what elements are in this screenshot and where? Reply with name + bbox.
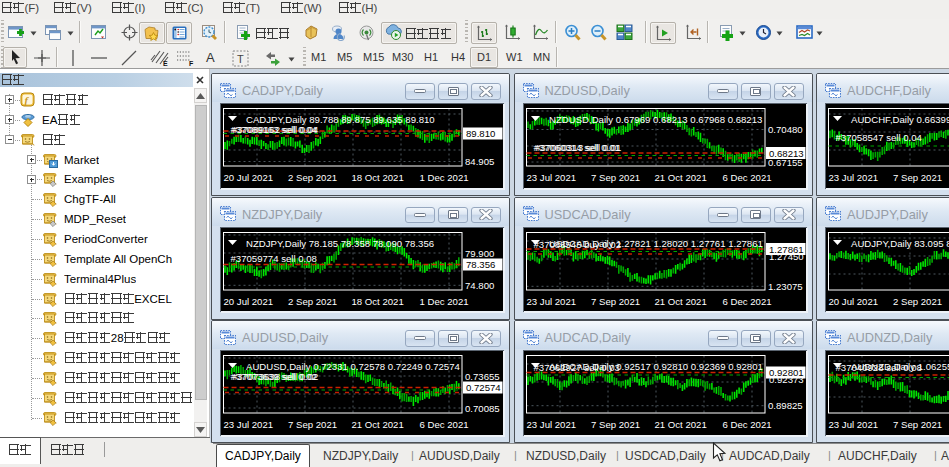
svg-text:6 Dec 2021: 6 Dec 2021 <box>722 419 771 430</box>
svg-text:AUDCHF,Daily 0.66399 0.66510: AUDCHF,Daily 0.66399 0.66510 0.66231 0.6… <box>851 114 949 125</box>
svg-text:23 Jul 2021: 23 Jul 2021 <box>526 419 576 430</box>
svg-text:20 Jul 2021: 20 Jul 2021 <box>224 296 274 307</box>
svg-text:T: T <box>237 53 244 65</box>
svg-text:0.73655: 0.73655 <box>465 371 500 382</box>
svg-text:79.900: 79.900 <box>465 247 494 258</box>
svg-text:23 Jul 2021: 23 Jul 2021 <box>526 296 576 307</box>
svg-text:18 Oct 2021: 18 Oct 2021 <box>352 172 404 183</box>
svg-text:0.92801: 0.92801 <box>769 367 804 378</box>
svg-text:74.800: 74.800 <box>465 279 494 290</box>
svg-text:23 Jul 2021: 23 Jul 2021 <box>526 172 576 183</box>
svg-text:7 Sep 2021: 7 Sep 2021 <box>591 419 640 430</box>
svg-text:6 Dec 2021: 6 Dec 2021 <box>420 419 469 430</box>
svg-text:89.810: 89.810 <box>466 128 495 139</box>
svg-text:7 Sep 2021: 7 Sep 2021 <box>288 419 337 430</box>
svg-text:#37073639 sell 0.02: #37073639 sell 0.02 <box>231 371 317 382</box>
svg-text:20 Jul 2021: 20 Jul 2021 <box>829 296 879 307</box>
svg-text:21 Oct 2021: 21 Oct 2021 <box>654 296 706 307</box>
svg-text:7 Sep 2021: 7 Sep 2021 <box>893 419 942 430</box>
svg-text:2 Sep 2021: 2 Sep 2021 <box>893 296 942 307</box>
svg-text:23 Jul 2021: 23 Jul 2021 <box>224 419 274 430</box>
svg-text:0.68213: 0.68213 <box>769 148 804 159</box>
svg-text:0.89825: 0.89825 <box>768 400 803 411</box>
svg-text:0.72574: 0.72574 <box>466 382 501 393</box>
svg-text:2 Sep 2021: 2 Sep 2021 <box>288 296 337 307</box>
svg-text:21 Oct 2021: 21 Oct 2021 <box>654 172 706 183</box>
svg-text:6 Dec 2021: 6 Dec 2021 <box>722 172 771 183</box>
svg-text:21 Oct 2021: 21 Oct 2021 <box>654 419 706 430</box>
svg-text:NZDUSD,Daily 0.67969 0.68213: NZDUSD,Daily 0.67969 0.68213 0.67968 0.6… <box>549 114 762 125</box>
svg-text:7 Sep 2021: 7 Sep 2021 <box>893 172 942 183</box>
svg-text:NZDJPY,Daily 78.185 78.358 78: NZDJPY,Daily 78.185 78.358 78.090 78.356 <box>246 238 434 249</box>
svg-text:84.905: 84.905 <box>465 156 494 167</box>
svg-text:F: F <box>189 60 194 67</box>
svg-text:20 Jul 2021: 20 Jul 2021 <box>224 172 274 183</box>
svg-text:1 Dec 2021: 1 Dec 2021 <box>420 296 469 307</box>
svg-text:1.27861: 1.27861 <box>769 243 804 254</box>
svg-text:23 Jul 2021: 23 Jul 2021 <box>829 172 879 183</box>
svg-text:78.356: 78.356 <box>466 259 495 270</box>
svg-text:0.70085: 0.70085 <box>465 403 500 414</box>
svg-text:7 Sep 2021: 7 Sep 2021 <box>591 172 640 183</box>
svg-text:0.70480: 0.70480 <box>768 124 803 135</box>
svg-text:#37089163 sell 0.04: #37089163 sell 0.04 <box>231 124 318 135</box>
svg-text:23 Jul 2021: 23 Jul 2021 <box>829 419 879 430</box>
svg-text:1.23075: 1.23075 <box>768 280 803 291</box>
svg-text:E: E <box>163 60 168 67</box>
svg-text:6 Dec 2021: 6 Dec 2021 <box>722 296 771 307</box>
svg-text:#37040928 sell 0.08: #37040928 sell 0.08 <box>836 362 922 373</box>
svg-text:2 Sep 2021: 2 Sep 2021 <box>288 172 337 183</box>
svg-text:AUDJPY,Daily 83.095 83.207 82: AUDJPY,Daily 83.095 83.207 82.711 83.055 <box>851 238 949 249</box>
svg-text:#37058547 sell 0.04: #37058547 sell 0.04 <box>836 132 923 143</box>
svg-text:21 Oct 2021: 21 Oct 2021 <box>352 419 404 430</box>
svg-text:18 Oct 2021: 18 Oct 2021 <box>352 296 404 307</box>
svg-text:#37059774 sell 0.08: #37059774 sell 0.08 <box>231 253 317 264</box>
svg-text:7 Sep 2021: 7 Sep 2021 <box>591 296 640 307</box>
svg-text:#37060314 sell 0.01: #37060314 sell 0.01 <box>533 142 619 153</box>
svg-text:1 Dec 2021: 1 Dec 2021 <box>420 172 469 183</box>
svg-text:#37088545 buy 0.02: #37088545 buy 0.02 <box>533 238 621 249</box>
svg-text:#37062927 sell 0.03: #37062927 sell 0.03 <box>533 362 619 373</box>
